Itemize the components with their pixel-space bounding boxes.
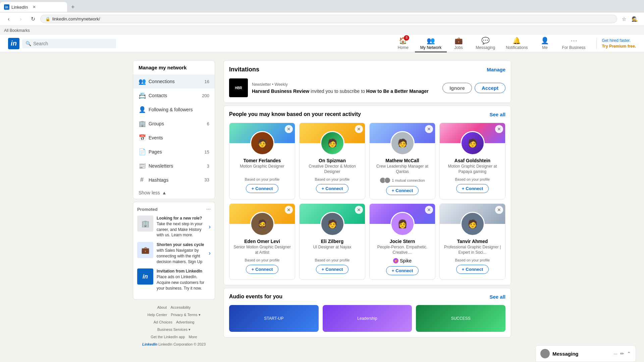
nav-me[interactable]: 👤 Me xyxy=(533,35,557,52)
sidebar-item-following[interactable]: 👤 Following & followers xyxy=(133,103,215,117)
messaging-compose-button[interactable]: ✏ xyxy=(620,351,624,356)
pages-icon: 📄 xyxy=(139,148,145,156)
connect-eli-button[interactable]: + Connect xyxy=(316,265,349,274)
forward-button[interactable]: › xyxy=(16,14,25,24)
pymk-see-all-link[interactable]: See all xyxy=(489,112,505,117)
footer-advertising[interactable]: Advertising xyxy=(176,320,194,324)
audio-event-3[interactable]: SUCCESS xyxy=(416,305,505,332)
person-avatar-tanvir: 🧑 xyxy=(461,212,485,236)
bookmark-star-button[interactable]: ☆ xyxy=(620,15,628,23)
connect-eden-button[interactable]: + Connect xyxy=(246,265,279,274)
search-input[interactable] xyxy=(33,41,113,46)
premium-line1: Get hired faster. xyxy=(602,38,631,43)
nav-messaging[interactable]: 💬 Messaging xyxy=(470,35,500,52)
show-less-button[interactable]: Show less ▲ xyxy=(133,187,215,199)
footer-privacy[interactable]: Privacy & Terms ▾ xyxy=(171,313,200,317)
messaging-header[interactable]: Messaging ··· ✏ ⌃ xyxy=(536,346,636,362)
sidebar-item-groups[interactable]: 🏢 Groups 6 xyxy=(133,117,215,131)
audio-event-1[interactable]: START-UP xyxy=(229,305,319,332)
footer-corp: LinkedIn xyxy=(142,342,157,346)
tab-close-button[interactable]: ✕ xyxy=(33,5,36,9)
dismiss-asaf-button[interactable]: ✕ xyxy=(495,125,503,133)
search-container[interactable]: 🔍 xyxy=(22,39,116,48)
home-badge: 8 xyxy=(404,35,409,41)
messaging-actions: ··· ✏ ⌃ xyxy=(613,351,631,356)
footer-help[interactable]: Help Center xyxy=(147,313,167,317)
promoted-item-2[interactable]: 💼 Shorten your sales cycle with Sales Na… xyxy=(137,242,211,264)
person-name-eli: Eli Zilberg xyxy=(302,239,362,244)
dismiss-tomer-button[interactable]: ✕ xyxy=(285,125,293,133)
sidebar-item-events[interactable]: 📅 Events xyxy=(133,131,215,145)
promoted-more-button[interactable]: ··· xyxy=(206,206,211,212)
connect-mathew-button[interactable]: + Connect xyxy=(386,186,419,195)
person-card-mathew: ✕ 🧑 Mathew McCall Crew Leadership Manage… xyxy=(369,123,435,199)
back-button[interactable]: ‹ xyxy=(4,14,13,24)
nav-home[interactable]: 🏠 8 Home xyxy=(391,35,415,52)
footer-get-app[interactable]: Get the LinkedIn app xyxy=(151,335,185,339)
dismiss-eli-button[interactable]: ✕ xyxy=(355,206,363,214)
messaging-collapse-button[interactable]: ⌃ xyxy=(627,351,631,356)
footer-business[interactable]: Business Services ▾ xyxy=(157,327,191,331)
dismiss-eden-button[interactable]: ✕ xyxy=(285,206,293,214)
nav-notifications-label: Notifications xyxy=(506,45,528,50)
incognito-button[interactable]: 🕵 xyxy=(630,15,640,23)
people-grid-row2: ✕ 🧔 Eden Omer Levi Senior Motion Graphic… xyxy=(229,203,505,280)
audio-event-2[interactable]: Leadership xyxy=(323,305,412,332)
nav-jobs[interactable]: 💼 Jobs xyxy=(447,35,470,52)
hashtags-icon: # xyxy=(139,176,145,183)
footer-ad-choices[interactable]: Ad Choices xyxy=(154,320,172,324)
connect-asaf-button[interactable]: + Connect xyxy=(456,184,489,193)
invitations-card: Invitations Manage HBR Newsletter • Week… xyxy=(223,60,511,103)
sidebar-item-hashtags[interactable]: # Hashtags 33 xyxy=(133,173,215,187)
new-tab-button[interactable]: + xyxy=(68,4,77,11)
premium-link[interactable]: Try Premium free. xyxy=(602,44,636,49)
footer-more[interactable]: More xyxy=(189,335,197,339)
address-bar[interactable]: 🔒 linkedin.com/mynetwork/ xyxy=(40,15,617,23)
promoted-text-1: Looking for a new role? Take the next st… xyxy=(157,216,205,238)
person-info-mathew: Mathew McCall Crew Leadership Manager at… xyxy=(370,155,435,199)
sidebar-item-pages[interactable]: 📄 Pages 15 xyxy=(133,145,215,159)
person-basis-on: Based on your profile xyxy=(302,177,362,181)
dismiss-jocie-button[interactable]: ✕ xyxy=(425,206,433,214)
nav-my-network[interactable]: 👥 My Network xyxy=(415,35,447,52)
footer-accessibility[interactable]: Accessibility xyxy=(170,305,191,309)
connect-on-button[interactable]: + Connect xyxy=(316,184,349,193)
person-name-asaf: Asaf Goldshtein xyxy=(442,158,502,163)
sidebar-item-newsletters[interactable]: 📰 Newsletters 3 xyxy=(133,159,215,173)
promoted-item-3[interactable]: in Invitation from LinkedIn Place ads on… xyxy=(137,268,211,291)
bookmarks-label[interactable]: All Bookmarks xyxy=(4,28,30,33)
person-avatar-eden: 🧔 xyxy=(250,212,274,236)
connect-jocie-button[interactable]: + Connect xyxy=(386,266,419,275)
invitations-manage-link[interactable]: Manage xyxy=(487,67,505,72)
connect-tomer-button[interactable]: + Connect xyxy=(246,184,279,193)
invitation-logo: HBR xyxy=(229,78,248,97)
person-basis-tanvir: Based on your profile xyxy=(442,258,502,262)
nav-business-label: For Business xyxy=(562,45,586,50)
active-tab[interactable]: in LinkedIn ✕ xyxy=(0,2,67,12)
footer-about[interactable]: About xyxy=(157,305,167,309)
nav-notifications[interactable]: 🔔 Notifications xyxy=(500,35,533,52)
person-avatar-on: 🧑 xyxy=(320,131,344,155)
sidebar-item-connections[interactable]: 👥 Connections 16 xyxy=(133,74,215,88)
connect-tanvir-button[interactable]: + Connect xyxy=(456,265,489,274)
promoted-item-1[interactable]: 🏢 Looking for a new role? Take the next … xyxy=(137,216,211,238)
nav-for-business[interactable]: ⋯ For Business xyxy=(557,35,591,52)
newsletters-label: Newsletters xyxy=(149,163,173,169)
person-card-jocie: ✕ 👩 Jocie Stern People-Person. Empatheti… xyxy=(369,203,435,280)
connections-label: Connections xyxy=(149,79,175,84)
ignore-button[interactable]: Ignore xyxy=(442,83,472,93)
dismiss-mathew-button[interactable]: ✕ xyxy=(425,125,433,133)
promoted-img-2: 💼 xyxy=(137,242,153,258)
person-avatar-jocie: 👩 xyxy=(390,212,415,236)
dismiss-on-button[interactable]: ✕ xyxy=(355,125,363,133)
reload-button[interactable]: ↻ xyxy=(28,14,38,24)
person-card-tanvir: ✕ 🧑 Tanvir Ahmed Professional Graphic De… xyxy=(439,203,505,280)
dismiss-tanvir-button[interactable]: ✕ xyxy=(495,206,503,214)
messaging-more-button[interactable]: ··· xyxy=(613,351,618,356)
audio-see-all-link[interactable]: See all xyxy=(489,294,505,300)
hashtags-label: Hashtags xyxy=(149,177,168,183)
sidebar-item-contacts[interactable]: 📇 Contacts 200 xyxy=(133,88,215,103)
home-icon: 🏠 8 xyxy=(399,37,407,45)
accept-button[interactable]: Accept xyxy=(475,83,505,93)
groups-count: 6 xyxy=(207,121,209,126)
